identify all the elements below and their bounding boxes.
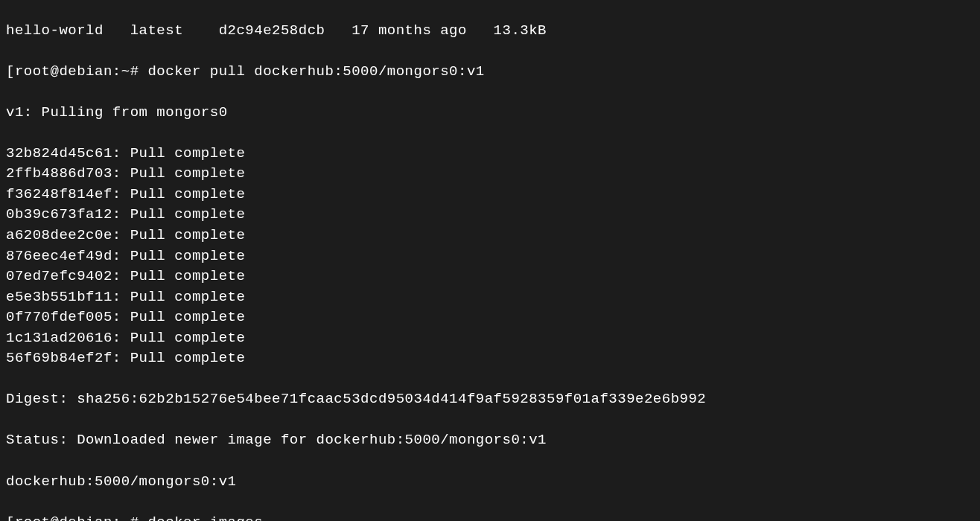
pull-layer-line: 32b824d45c61: Pull complete [6, 144, 980, 164]
cwd: ~ [121, 63, 130, 80]
bracket-open: [ [6, 63, 15, 80]
prompt-line-1: [root@debian:~# docker pull dockerhub:50… [6, 62, 980, 83]
pull-layer-line: 0f770fdef005: Pull complete [6, 307, 980, 328]
user-host: root@debian [15, 63, 112, 80]
image-ref-line: dockerhub:5000/mongors0:v1 [6, 472, 980, 493]
pull-layer-line: f36248f814ef: Pull complete [6, 185, 980, 205]
pull-layer-line: 1c131ad20616: Pull complete [6, 328, 980, 349]
command-text: docker images [147, 514, 263, 521]
pull-layer-line: 876eec4ef49d: Pull complete [6, 246, 980, 267]
pull-layer-line: 2ffb4886d703: Pull complete [6, 164, 980, 185]
pull-layer-line: e5e3b551bf11: Pull complete [6, 287, 980, 308]
partial-top-row: hello-world latest d2c94e258dcb 17 month… [6, 21, 980, 42]
command-text: docker pull dockerhub:5000/mongors0:v1 [147, 63, 484, 80]
status-line: Status: Downloaded newer image for docke… [6, 430, 980, 451]
cwd: ~ [121, 514, 130, 521]
user-host: root@debian [15, 514, 112, 521]
pull-layer-line: a6208dee2c0e: Pull complete [6, 226, 980, 246]
pull-layer-line: 56f69b84ef2f: Pull complete [6, 348, 980, 369]
pull-layer-line: 0b39c673fa12: Pull complete [6, 205, 980, 226]
prompt-line-2: [root@debian:~# docker images [6, 513, 980, 521]
digest-line: Digest: sha256:62b2b15276e54bee71fcaac53… [6, 389, 980, 410]
terminal-output[interactable]: hello-world latest d2c94e258dcb 17 month… [0, 0, 980, 521]
bracket-open: [ [6, 514, 15, 521]
pull-header: v1: Pulling from mongors0 [6, 103, 980, 124]
pull-layer-line: 07ed7efc9402: Pull complete [6, 266, 980, 287]
